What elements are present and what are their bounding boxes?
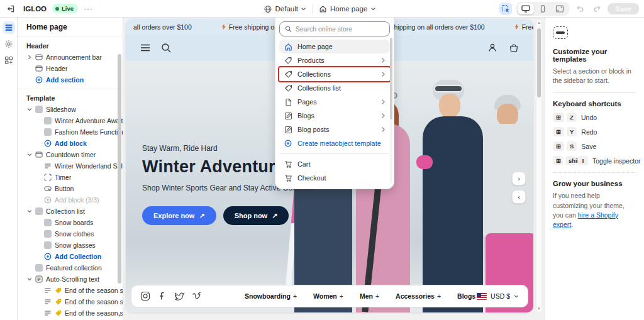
keycap: I <box>578 156 588 165</box>
menu-item-blog-posts[interactable]: Blog posts <box>279 123 390 136</box>
sidebar-item-button[interactable]: Button <box>18 183 123 194</box>
exit-editor-icon[interactable] <box>5 3 18 15</box>
topbar-right: Save <box>499 2 639 16</box>
search-icon[interactable] <box>161 43 172 53</box>
twitter-icon[interactable] <box>174 292 185 301</box>
preview-scrollbar[interactable]: ▲ ▼ <box>536 19 542 312</box>
vimeo-icon[interactable] <box>192 292 202 301</box>
sidebar-item-winter-wonderland-sale[interactable]: Winter Wonderland Sale <box>18 160 123 172</box>
sidebar-item-snow-boards[interactable]: Snow boards <box>18 217 123 228</box>
scroll-up-arrow[interactable]: ▲ <box>536 21 541 25</box>
nav-item-blogs[interactable]: Blogs <box>457 292 475 300</box>
hamburger-menu-icon[interactable] <box>140 43 151 52</box>
scroll-down-arrow[interactable]: ▼ <box>536 307 541 311</box>
sidebar-item-snow-glasses[interactable]: Snow glasses <box>18 240 123 251</box>
menu-item-pages[interactable]: Pages <box>279 95 390 109</box>
more-options-button[interactable]: ··· <box>84 4 93 13</box>
shortcut-row-toggle-inspector: ⊞shiftIToggle inspector <box>553 156 636 165</box>
locale-selector[interactable]: Default <box>264 5 306 13</box>
sidebar-item-end-of-the-season-sale[interactable]: End of the season sale <box>18 307 123 319</box>
menu-item-blogs[interactable]: Blogs <box>279 109 390 123</box>
add-icon <box>44 140 52 147</box>
sidebar-divider <box>18 89 123 89</box>
cart-bag-icon[interactable] <box>508 42 519 53</box>
menu-item-label: Checkout <box>297 174 326 182</box>
chevron-icon <box>26 152 32 157</box>
sidebar-item-add-block[interactable]: Add block <box>18 138 123 149</box>
explore-now-button[interactable]: Explore now↗ <box>142 206 216 225</box>
theme-settings-button[interactable] <box>3 38 15 50</box>
menu-item-home-page[interactable]: Home page <box>279 40 390 53</box>
prev-slide-button[interactable]: ‹ <box>512 190 526 204</box>
tags-icon <box>284 70 292 79</box>
instagram-icon[interactable] <box>140 291 150 301</box>
scrollbar-thumb[interactable] <box>537 28 541 97</box>
sidebar-item-add-section[interactable]: Add section <box>18 74 123 86</box>
fullscreen-view-button[interactable] <box>552 3 568 14</box>
desktop-view-button[interactable] <box>518 3 534 14</box>
sidebar-item-snow-clothes[interactable]: Snow clothes <box>18 228 123 240</box>
scrollbar-thumb[interactable] <box>390 38 392 119</box>
menu-item-collections[interactable]: Collections <box>279 67 390 81</box>
lines-icon <box>44 162 52 170</box>
sidebar-scrollbar[interactable]: ▼ <box>117 40 122 319</box>
nav-item-accessories[interactable]: Accessories+ <box>396 292 441 300</box>
nav-item-men[interactable]: Men+ <box>360 292 379 300</box>
arrow-up-right-icon: ↗ <box>272 212 277 220</box>
sections-panel-button[interactable] <box>3 21 15 34</box>
menu-item-create-metaobject-template[interactable]: Create metaobject template <box>279 136 390 150</box>
home-icon <box>319 5 327 13</box>
shop-now-button[interactable]: Shop now↗ <box>223 206 289 225</box>
sidebar-item-collection-list[interactable]: Collection list <box>18 206 123 217</box>
facebook-icon[interactable] <box>157 291 167 301</box>
shortcut-action: Toggle inspector <box>592 157 640 165</box>
redo-button[interactable] <box>591 3 603 15</box>
button-icon <box>44 185 52 192</box>
account-icon[interactable] <box>487 42 498 53</box>
plus-icon: + <box>340 292 343 300</box>
tag-icon <box>55 310 62 317</box>
sidebar-item-countdown-timer[interactable]: Countdown timer <box>18 149 123 160</box>
social-icons <box>140 291 202 301</box>
text-icon <box>44 309 52 317</box>
lightning-icon <box>222 24 226 30</box>
menu-item-cart[interactable]: Cart <box>279 157 390 171</box>
shortcut-action: Redo <box>581 128 597 136</box>
page-selector[interactable]: Home page <box>319 5 375 13</box>
sidebar-item-timer[interactable]: Timer <box>18 172 123 183</box>
menu-item-products[interactable]: Products <box>279 53 390 67</box>
save-button[interactable]: Save <box>608 3 639 14</box>
file-icon <box>284 98 292 106</box>
thumbnail-icon <box>35 264 43 272</box>
chevron-icon <box>26 55 32 60</box>
mobile-view-button[interactable] <box>535 3 551 14</box>
sidebar-item-end-of-the-season-sale[interactable]: End of the season sale <box>18 285 123 296</box>
template-search[interactable] <box>279 21 390 36</box>
inspector-toggle-button[interactable] <box>499 3 512 15</box>
sidebar-item-slideshow[interactable]: Slideshow <box>18 104 123 115</box>
menu-item-checkout[interactable]: Checkout <box>279 171 390 185</box>
nav-item-snowboarding[interactable]: Snowboarding+ <box>245 292 297 300</box>
sidebar-item-header[interactable]: Header <box>18 63 123 74</box>
sidebar-item-featured-collection[interactable]: Featured collection <box>18 262 123 273</box>
nav-item-women[interactable]: Women+ <box>313 292 343 300</box>
sidebar-item-announcement-bar[interactable]: Announcement bar <box>18 52 123 63</box>
menu-item-collections-list[interactable]: Collections list <box>279 81 390 95</box>
app-embeds-button[interactable] <box>3 54 15 67</box>
sidebar-item-auto-scrolling-text[interactable]: Auto-Scrolling text <box>18 273 123 285</box>
sidebar-item-winter-adventure-awaits[interactable]: Winter Adventure Awaits <box>18 115 123 126</box>
sidebar-item-add-collection[interactable]: Add Collection <box>18 251 123 262</box>
scrollbar-down-arrow[interactable]: ▼ <box>117 314 122 317</box>
sidebar-group-label-template: Template <box>18 92 123 104</box>
undo-button[interactable] <box>574 3 586 15</box>
dropdown-scrollbar[interactable] <box>390 38 392 184</box>
thumbnail-icon <box>44 230 52 238</box>
shortcut-row-redo: ⊞YRedo <box>553 127 636 136</box>
scrollbar-thumb[interactable] <box>118 54 121 284</box>
sidebar-item-end-of-the-season-sale[interactable]: End of the season sale <box>18 296 123 307</box>
currency-selector[interactable]: USD $ <box>477 292 519 300</box>
search-input[interactable] <box>296 25 384 33</box>
thumbnail-icon <box>35 207 43 215</box>
next-slide-button[interactable]: › <box>512 172 526 185</box>
sidebar-item-fashion-meets-function[interactable]: Fashion Meets Function <box>18 126 123 138</box>
